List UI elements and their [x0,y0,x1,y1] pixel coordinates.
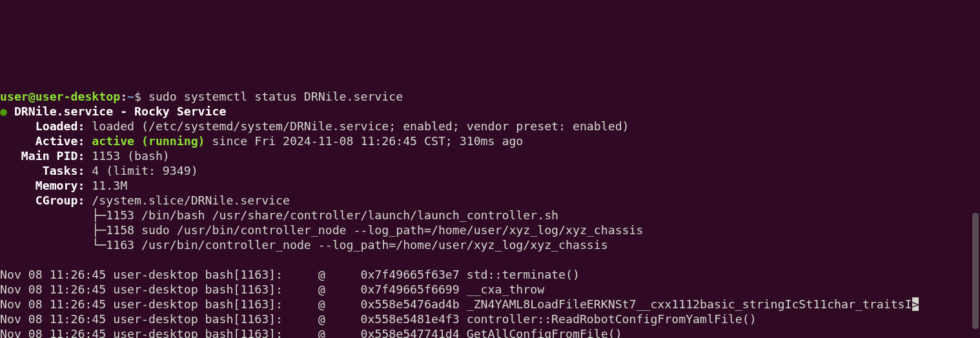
active-since: since Fri 2024-11-08 11:26:45 CST; 310ms… [205,134,524,148]
terminal-output[interactable]: user@user-desktop:~$ sudo systemctl stat… [0,74,980,338]
log-line: Nov 08 11:26:45 user-desktop bash[1163]:… [0,327,622,338]
cgroup-label: CGroup: [0,194,85,207]
memory-value: 11.3M [85,179,127,192]
cgroup-proc-3: └─1163 /usr/bin/controller_node --log_pa… [0,238,608,252]
cgroup-proc-2: ├─1158 sudo /usr/bin/controller_node --l… [0,223,643,237]
log-line: Nov 08 11:26:45 user-desktop bash[1163]:… [0,283,544,296]
log-line: Nov 08 11:26:45 user-desktop bash[1163]:… [0,312,757,326]
mainpid-value: 1153 (bash) [85,149,169,163]
cgroup-proc-1: ├─1153 /bin/bash /usr/share/controller/l… [0,208,558,222]
log-line: Nov 08 11:26:45 user-desktop bash[1163]:… [0,268,580,281]
prompt-colon: : [120,90,127,103]
log-line: Nov 08 11:26:45 user-desktop bash[1163]:… [0,297,912,311]
truncation-cursor: > [912,297,919,311]
tasks-label: Tasks: [0,164,85,177]
service-header: DRNile.service - Rocky Service [14,104,227,118]
memory-label: Memory: [0,179,85,192]
prompt-dollar: $ [134,90,141,103]
loaded-label: Loaded: [0,119,85,133]
scrollbar-thumb[interactable] [972,213,979,329]
prompt-user-host: user@user-desktop [0,90,120,103]
cgroup-value: /system.slice/DRNile.service [85,194,290,207]
command-text: sudo systemctl status DRNile.service [141,90,403,103]
prompt-path: ~ [127,90,134,103]
status-bullet-icon: ● [0,104,14,118]
tasks-value: 4 (limit: 9349) [85,164,198,177]
active-label: Active: [0,134,92,148]
mainpid-label: Main PID: [0,149,85,163]
loaded-value: loaded (/etc/systemd/system/DRNile.servi… [85,119,629,133]
active-state: active (running) [92,134,205,148]
